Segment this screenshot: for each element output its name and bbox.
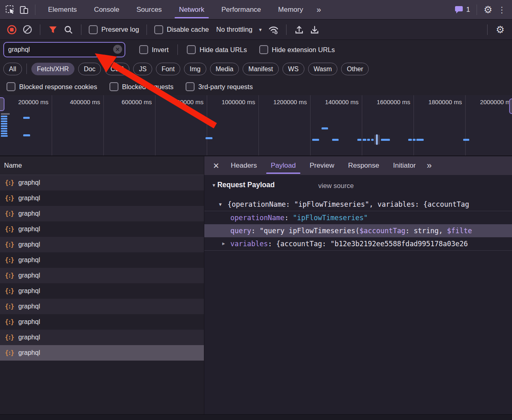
tab-console[interactable]: Console <box>85 0 128 19</box>
divider <box>487 24 488 35</box>
invert-checkbox[interactable] <box>139 45 148 54</box>
network-settings-gear-icon[interactable]: ⚙ <box>493 23 507 37</box>
json-braces-icon: {:} <box>5 195 13 202</box>
kebab-menu-icon[interactable]: ⋮ <box>495 3 509 17</box>
request-row[interactable]: {:}graphql <box>0 330 204 345</box>
details-tab-preview[interactable]: Preview <box>303 156 341 175</box>
request-row[interactable]: {:}graphql <box>0 206 204 221</box>
name-column-header[interactable]: Name <box>0 156 204 175</box>
3rd-party-requests-checkbox[interactable] <box>186 82 195 91</box>
export-har-icon[interactable] <box>308 23 322 37</box>
chip-font[interactable]: Font <box>156 63 180 75</box>
json-braces-icon: {:} <box>5 303 13 310</box>
waterfall-bar <box>1 135 8 137</box>
request-row[interactable]: {:}graphql <box>0 345 204 361</box>
record-network-log-icon[interactable] <box>5 23 19 37</box>
more-tabs-button[interactable]: » <box>312 0 326 19</box>
tab-elements[interactable]: Elements <box>39 0 85 19</box>
divider <box>40 24 40 35</box>
hide-data-urls-checkbox[interactable] <box>187 45 196 54</box>
chip-doc[interactable]: Doc <box>78 63 101 75</box>
blocked-response-cookies-checkbox[interactable] <box>7 82 15 91</box>
filter-input[interactable] <box>4 46 125 53</box>
import-har-icon[interactable] <box>292 23 306 37</box>
chip-img[interactable]: Img <box>184 63 206 75</box>
payload-preview-line[interactable]: ▼ {operationName: "ipFlowTimeseries", va… <box>204 198 512 210</box>
waterfall-bar <box>206 137 212 139</box>
network-conditions-icon[interactable] <box>267 23 280 37</box>
hide-extension-urls-checkbox[interactable] <box>259 45 268 54</box>
preserve-log-checkbox[interactable] <box>89 25 98 34</box>
settings-gear-icon[interactable]: ⚙ <box>481 3 495 17</box>
chip-js[interactable]: JS <box>133 63 152 75</box>
request-name: graphql <box>18 195 40 202</box>
timeline-gridline <box>258 95 259 155</box>
payload-entry-operationName[interactable]: operationName: "ipFlowTimeseries" <box>204 211 512 224</box>
timeline-tick-label: 1600000 ms <box>376 98 410 105</box>
request-row[interactable]: {:}graphql <box>0 175 204 190</box>
tab-memory[interactable]: Memory <box>269 0 311 19</box>
request-name: graphql <box>18 287 40 295</box>
timeline-tick-label: 2000000 ms <box>480 98 512 105</box>
tab-network[interactable]: Network <box>171 0 213 19</box>
tab-sources[interactable]: Sources <box>128 0 170 19</box>
invert-label: Invert <box>152 46 168 54</box>
throttling-dropdown[interactable]: No throttling ▼ <box>216 26 263 33</box>
chip-ws[interactable]: WS <box>282 63 304 75</box>
window-bottom-edge <box>0 414 512 420</box>
tab-performance[interactable]: Performance <box>213 0 269 19</box>
chip-all[interactable]: All <box>3 63 22 75</box>
chip-manifest[interactable]: Manifest <box>243 63 278 75</box>
overview-scroll-handle[interactable] <box>509 98 512 114</box>
expand-triangle-icon[interactable]: ▶ <box>222 237 225 250</box>
details-more-tabs-button[interactable]: » <box>422 160 435 171</box>
request-row[interactable]: {:}graphql <box>0 268 204 283</box>
json-value: "ipFlowTimeseries" <box>293 214 368 222</box>
panels-row: Name {:}graphql{:}graphql{:}graphql{:}gr… <box>0 156 512 414</box>
preserve-log-label: Preserve log <box>101 26 139 33</box>
request-payload-section[interactable]: ▼ Request Payload <box>212 181 275 189</box>
request-row[interactable]: {:}graphql <box>0 237 204 252</box>
details-tab-payload[interactable]: Payload <box>264 156 302 175</box>
view-source-link[interactable]: view source <box>318 182 354 190</box>
request-row[interactable]: {:}graphql <box>0 283 204 299</box>
chip-media[interactable]: Media <box>210 63 239 75</box>
chip-other[interactable]: Other <box>341 63 369 75</box>
request-row[interactable]: {:}graphql <box>0 252 204 268</box>
blocked-requests-checkbox[interactable] <box>109 82 118 91</box>
filter-option: Blocked requests <box>109 82 174 91</box>
details-tab-headers[interactable]: Headers <box>224 156 264 175</box>
json-braces-icon: {:} <box>5 287 13 295</box>
clear-network-log-icon[interactable] <box>20 23 34 37</box>
json-braces-icon: {:} <box>5 334 13 341</box>
details-tab-initiator[interactable]: Initiator <box>386 156 423 175</box>
divider <box>81 24 81 35</box>
request-row[interactable]: {:}graphql <box>0 314 204 330</box>
chip-fetch-xhr[interactable]: Fetch/XHR <box>31 63 74 75</box>
device-toolbar-icon[interactable] <box>17 3 31 17</box>
search-icon[interactable] <box>61 23 75 37</box>
name-header-label: Name <box>4 162 22 169</box>
network-overview-timeline[interactable]: 200000 ms400000 ms600000 ms800000 ms1000… <box>0 95 512 156</box>
request-row[interactable]: {:}graphql <box>0 190 204 206</box>
close-details-icon[interactable]: ✕ <box>208 161 224 171</box>
payload-entry-variables[interactable]: ▶variables: {accountTag: "b12e3b2192ee55… <box>204 237 512 250</box>
chip-wasm[interactable]: Wasm <box>308 63 338 75</box>
details-tabbar: ✕ HeadersPayloadPreviewResponseInitiator… <box>204 156 512 175</box>
request-row[interactable]: {:}graphql <box>0 299 204 314</box>
json-braces-icon: {:} <box>5 256 13 264</box>
expand-triangle-icon[interactable]: ▼ <box>219 199 222 211</box>
inspect-element-icon[interactable] <box>3 3 17 17</box>
filter-funnel-icon[interactable] <box>46 23 60 37</box>
clear-filter-icon[interactable]: ✕ <box>113 45 122 54</box>
chip-css[interactable]: CSS <box>105 63 129 75</box>
waterfall-bar <box>322 127 328 129</box>
issues-counter[interactable]: 1 <box>455 6 470 14</box>
devtools-window: ElementsConsoleSourcesNetworkPerformance… <box>0 0 512 420</box>
details-tab-response[interactable]: Response <box>341 156 386 175</box>
payload-entry-query[interactable]: query: "query ipFlowTimeseries($accountT… <box>204 224 512 237</box>
overview-scroll-handle[interactable] <box>0 97 4 111</box>
request-row[interactable]: {:}graphql <box>0 221 204 237</box>
disable-cache-checkbox[interactable] <box>154 25 163 34</box>
network-toolbar: Preserve log Disable cache No throttling… <box>0 20 512 40</box>
